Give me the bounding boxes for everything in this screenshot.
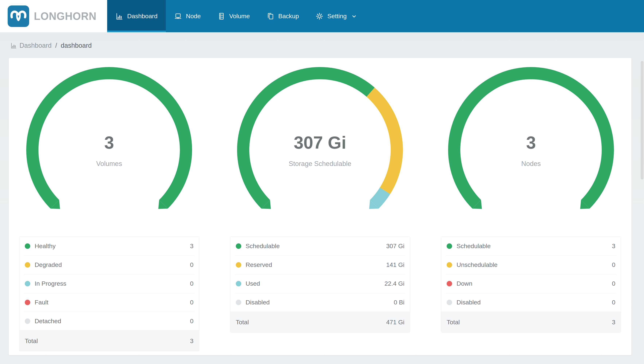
brand-name: LONGHORN [34, 10, 96, 22]
total-label: Total [25, 338, 190, 344]
legend-row-used: Used22.4 Gi [230, 274, 410, 293]
status-dot-green [236, 244, 241, 249]
legend-row-in-progress: In Progress0 [19, 274, 199, 293]
chart-column-2: 3NodesSchedulable3Unschedulable0Down0Dis… [441, 64, 621, 351]
legend-row-down: Down0 [441, 274, 621, 293]
brand-logo[interactable]: LONGHORN [0, 0, 107, 32]
nav-item-label: Node [186, 12, 201, 20]
status-dot-gray [236, 300, 241, 305]
chart-column-1: 307 GiStorage SchedulableSchedulable307 … [230, 64, 410, 351]
gauge-segment-reserved [367, 88, 403, 194]
gauge-center-value: 3 [104, 133, 114, 152]
legend-label: Degraded [34, 261, 190, 268]
legend-value: 0 Bi [394, 299, 404, 306]
legend-label: In Progress [34, 280, 190, 287]
legend-label: Disabled [246, 299, 394, 306]
gauge-nodes: 3Nodes [445, 64, 617, 214]
laptop-icon [174, 12, 182, 20]
chevron-down-icon [351, 14, 357, 19]
status-dot-teal [236, 281, 241, 286]
legend-value: 3 [190, 242, 194, 250]
status-dot-teal [25, 281, 30, 286]
legend-label: Used [246, 280, 384, 287]
legend-total-row: Total3 [19, 330, 199, 351]
legend-label: Down [456, 280, 612, 287]
status-dot-red [447, 281, 452, 286]
legend-table-1: Schedulable307 GiReserved141 GiUsed22.4 … [230, 236, 410, 332]
gauge-center-label: Storage Schedulable [289, 160, 352, 168]
legend-table-0: Healthy3Degraded0In Progress0Fault0Detac… [19, 236, 199, 351]
nav-item-label: Dashboard [127, 12, 158, 20]
status-dot-red [25, 300, 30, 305]
legend-label: Healthy [34, 242, 190, 250]
legend-value: 3 [612, 242, 616, 250]
status-dot-yellow [25, 262, 30, 268]
legend-value: 141 Gi [386, 261, 404, 268]
copy-icon [266, 12, 274, 20]
legend-label: Reserved [246, 261, 386, 268]
breadcrumb-section[interactable]: Dashboard [20, 42, 52, 49]
legend-total-row: Total3 [441, 312, 621, 332]
legend-row-schedulable: Schedulable3 [441, 237, 621, 256]
gauge-center-label: Nodes [521, 160, 541, 168]
legend-label: Schedulable [456, 242, 612, 250]
nav-item-setting[interactable]: Setting [307, 0, 365, 32]
breadcrumb-page: dashboard [61, 42, 92, 49]
vertical-scrollbar-thumb[interactable] [641, 61, 644, 180]
nav-item-volume[interactable]: Volume [209, 0, 258, 32]
legend-total-row: Total471 Gi [230, 312, 410, 332]
status-dot-yellow [447, 262, 452, 268]
status-dot-gray [25, 318, 30, 324]
chart-column-0: 3VolumesHealthy3Degraded0In Progress0Fau… [19, 64, 199, 351]
status-dot-gray [447, 300, 452, 305]
gauge-volumes: 3Volumes [24, 64, 195, 214]
legend-label: Fault [34, 299, 190, 306]
gauge-center-label: Volumes [96, 160, 122, 168]
legend-label: Schedulable [246, 242, 386, 250]
legend-value: 0 [190, 280, 194, 287]
nav-item-dashboard[interactable]: Dashboard [107, 0, 166, 32]
nav-item-label: Backup [278, 12, 299, 20]
total-value: 3 [190, 338, 194, 344]
gauge-storage-schedulable: 307 GiStorage Schedulable [234, 64, 406, 214]
legend-value: 0 [190, 261, 194, 268]
longhorn-bull-icon [8, 6, 29, 27]
legend-value: 0 [612, 280, 616, 287]
dashboard-card: 3VolumesHealthy3Degraded0In Progress0Fau… [9, 58, 632, 355]
legend-label: Unschedulable [456, 261, 612, 268]
nav-item-backup[interactable]: Backup [258, 0, 307, 32]
legend-row-schedulable: Schedulable307 Gi [230, 237, 410, 256]
status-dot-green [447, 244, 452, 249]
legend-label: Detached [34, 318, 190, 325]
server-icon [218, 12, 225, 20]
status-dot-green [25, 244, 30, 249]
total-value: 471 Gi [386, 319, 404, 326]
legend-row-disabled: Disabled0 Bi [230, 293, 410, 312]
legend-value: 0 [612, 299, 616, 306]
longhorn-dashboard-page: LONGHORN DashboardNodeVolumeBackupSettin… [0, 0, 644, 364]
nav-item-node[interactable]: Node [166, 0, 209, 32]
total-label: Total [447, 319, 612, 326]
legend-label: Disabled [456, 299, 612, 306]
breadcrumb-separator: / [55, 42, 57, 49]
gauge-center-value: 307 Gi [294, 133, 346, 152]
nav-item-label: Volume [229, 12, 250, 20]
legend-row-unschedulable: Unschedulable0 [441, 256, 621, 274]
bar-chart-icon [116, 12, 123, 20]
legend-row-degraded: Degraded0 [19, 256, 199, 274]
legend-row-detached: Detached0 [19, 312, 199, 330]
legend-row-reserved: Reserved141 Gi [230, 256, 410, 274]
legend-table-2: Schedulable3Unschedulable0Down0Disabled0… [441, 236, 621, 332]
legend-row-disabled: Disabled0 [441, 293, 621, 312]
legend-row-healthy: Healthy3 [19, 237, 199, 256]
nav-item-label: Setting [327, 12, 346, 20]
gauge-center-value: 3 [526, 133, 536, 152]
legend-value: 0 [190, 299, 194, 306]
legend-value: 0 [612, 261, 616, 268]
legend-value: 22.4 Gi [384, 280, 404, 287]
bar-chart-icon [10, 42, 17, 49]
breadcrumb: Dashboard / dashboard [0, 32, 644, 49]
legend-value: 307 Gi [386, 242, 404, 250]
total-value: 3 [612, 319, 616, 326]
status-dot-yellow [236, 262, 241, 268]
